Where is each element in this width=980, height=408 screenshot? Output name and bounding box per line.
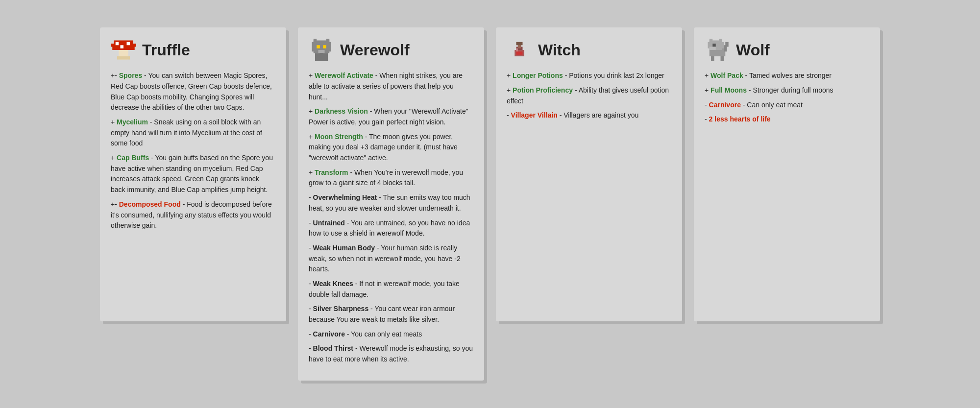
wolf-entry-0: + Wolf Pack - Tamed wolves are stronger [705, 71, 869, 81]
werewolf-entry-9-name: Carnivore [313, 330, 345, 338]
svg-rect-32 [725, 42, 729, 47]
truffle-entry-3: +- Decomposed Food - Food is decomposed … [111, 199, 275, 231]
truffle-entry-0-prefix: +- [111, 72, 119, 79]
svg-rect-21 [516, 42, 523, 46]
truffle-entry-0-name: Spores [119, 72, 142, 79]
svg-rect-15 [318, 50, 325, 53]
wolf-entry-0-desc: - Tamed wolves are stronger [743, 72, 832, 79]
svg-rect-17 [315, 53, 328, 61]
witch-title: Witch [538, 41, 581, 59]
card-truffle: Truffle+- Spores - You can switch betwee… [100, 27, 286, 321]
witch-entry-2-desc: - Villagers are against you [558, 111, 639, 119]
witch-entry-1-prefix: + [507, 86, 513, 94]
witch-body: + Longer Potions - Potions you drink las… [507, 71, 671, 121]
werewolf-entry-3-prefix: + [309, 168, 315, 176]
werewolf-entry-2-name: Moon Strength [315, 133, 363, 141]
werewolf-body: + Werewolf Activate - When night strikes… [309, 71, 473, 365]
werewolf-entry-0-prefix: + [309, 72, 315, 79]
svg-rect-33 [711, 56, 714, 61]
werewolf-entry-2-prefix: + [309, 133, 315, 141]
wolf-entry-3-name: 2 less hearts of life [709, 115, 771, 123]
wolf-entry-1: + Full Moons - Stronger during full moon… [705, 85, 869, 96]
cards-container: Truffle+- Spores - You can switch betwee… [100, 27, 880, 381]
wolf-title: Wolf [736, 41, 770, 59]
werewolf-entry-5-name: Untrained [313, 219, 345, 227]
witch-icon [507, 37, 532, 63]
card-werewolf: Werewolf+ Werewolf Activate - When night… [298, 27, 484, 381]
svg-rect-34 [721, 56, 724, 61]
card-wolf: Wolf+ Wolf Pack - Tamed wolves are stron… [694, 27, 880, 321]
werewolf-entry-9-prefix: - [309, 330, 313, 338]
svg-rect-4 [116, 42, 119, 46]
witch-entry-1-name: Potion Proficiency [513, 86, 573, 94]
wolf-entry-3-prefix: - [705, 115, 709, 123]
werewolf-entry-10: - Blood Thirst - Werewolf mode is exhaus… [309, 343, 473, 364]
witch-entry-0: + Longer Potions - Potions you drink las… [507, 71, 671, 81]
wolf-entry-1-desc: - Stronger during full moons [747, 86, 833, 94]
werewolf-entry-4: - Overwhelming Heat - The sun emits way … [309, 192, 473, 214]
witch-entry-2: - Villager Villain - Villagers are again… [507, 110, 671, 121]
werewolf-entry-1-name: Darkness Vision [315, 107, 368, 115]
werewolf-entry-10-name: Blood Thirst [313, 344, 353, 352]
werewolf-entry-1-prefix: + [309, 107, 315, 115]
truffle-entry-2-name: Cap Buffs [117, 154, 149, 162]
wolf-entry-2-prefix: - [705, 101, 709, 109]
svg-rect-8 [117, 56, 130, 60]
truffle-body: +- Spores - You can switch between Magic… [111, 71, 275, 231]
svg-rect-11 [314, 39, 317, 43]
wolf-entry-1-name: Full Moons [710, 86, 747, 94]
werewolf-icon [309, 37, 334, 63]
witch-entry-0-desc: - Potions you drink last 2x longer [563, 72, 664, 79]
svg-rect-29 [712, 44, 716, 47]
wolf-icon [705, 37, 730, 63]
werewolf-entry-3-name: Transform [315, 168, 348, 176]
truffle-entry-2: + Cap Buffs - You gain buffs based on th… [111, 153, 275, 195]
wolf-entry-2: - Carnivore - Can only eat meat [705, 100, 869, 111]
werewolf-entry-7: - Weak Knees - If not in werewolf mode, … [309, 279, 473, 300]
werewolf-entry-6-prefix: - [309, 244, 313, 252]
werewolf-entry-2: + Moon Strength - The moon gives you pow… [309, 132, 473, 164]
svg-rect-13 [317, 46, 320, 49]
truffle-entry-2-prefix: + [111, 154, 117, 162]
wolf-header: Wolf [705, 37, 869, 63]
werewolf-entry-4-prefix: - [309, 193, 313, 201]
truffle-title: Truffle [142, 41, 190, 59]
werewolf-entry-4-name: Overwhelming Heat [313, 193, 377, 201]
werewolf-entry-6: - Weak Human Body - Your human side is r… [309, 243, 473, 275]
wolf-entry-3: - 2 less hearts of life [705, 114, 869, 125]
truffle-entry-0: +- Spores - You can switch between Magic… [111, 71, 275, 113]
truffle-entry-1-name: Mycelium [117, 118, 148, 126]
wolf-entry-2-name: Carnivore [709, 101, 741, 109]
truffle-entry-1-prefix: + [111, 118, 117, 126]
witch-entry-0-prefix: + [507, 72, 513, 79]
truffle-header: Truffle [111, 37, 275, 63]
werewolf-entry-8-prefix: - [309, 305, 313, 312]
werewolf-entry-10-prefix: - [309, 344, 313, 352]
truffle-entry-3-prefix: +- [111, 200, 119, 208]
card-witch: Witch+ Longer Potions - Potions you drin… [496, 27, 682, 321]
svg-rect-30 [710, 47, 716, 50]
witch-entry-1: + Potion Proficiency - Ability that give… [507, 85, 671, 106]
werewolf-entry-7-prefix: - [309, 280, 313, 288]
wolf-entry-1-prefix: + [705, 86, 710, 94]
werewolf-entry-5-prefix: - [309, 219, 313, 227]
svg-rect-28 [719, 39, 722, 43]
werewolf-entry-8: - Silver Sharpness - You cant wear iron … [309, 304, 473, 325]
svg-rect-3 [133, 44, 137, 47]
svg-rect-27 [710, 39, 713, 43]
wolf-entry-0-name: Wolf Pack [710, 72, 743, 79]
truffle-entry-3-name: Decomposed Food [119, 200, 181, 208]
svg-rect-6 [121, 46, 124, 49]
werewolf-entry-9-desc: - You can only eat meats [345, 330, 422, 338]
svg-rect-23 [516, 52, 523, 55]
wolf-entry-2-desc: - Can only eat meat [741, 101, 803, 109]
witch-header: Witch [507, 37, 671, 63]
werewolf-entry-1: + Darkness Vision - When your "Werewolf … [309, 106, 473, 127]
svg-rect-12 [326, 39, 330, 43]
witch-entry-2-prefix: - [507, 111, 511, 119]
wolf-body: + Wolf Pack - Tamed wolves are stronger+… [705, 71, 869, 125]
werewolf-entry-3: + Transform - When You're in werewolf mo… [309, 168, 473, 189]
svg-rect-22 [516, 48, 518, 52]
werewolf-entry-0-name: Werewolf Activate [315, 72, 373, 79]
wolf-entry-0-prefix: + [705, 72, 710, 79]
